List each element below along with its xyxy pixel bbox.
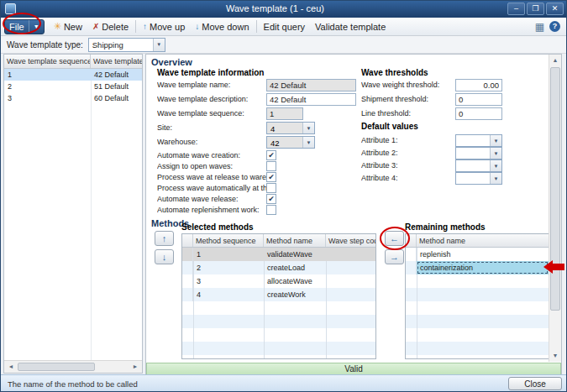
- chevron-down-icon[interactable]: ▼: [153, 39, 165, 51]
- automate-replenishment-work-checkbox[interactable]: [266, 205, 276, 215]
- remove-method-button[interactable]: →: [385, 249, 404, 264]
- chevron-down-icon[interactable]: ▼: [490, 160, 501, 171]
- table-row[interactable]: 3 60 Default: [4, 92, 142, 104]
- line-threshold-label: Line threshold:: [361, 109, 454, 118]
- move-down-button[interactable]: ↓ Move down: [190, 20, 254, 34]
- left-arrow-icon: ←: [390, 233, 399, 243]
- cell-wave-step-code: [326, 274, 375, 288]
- toolbar-separator: [256, 20, 257, 33]
- scrollbar-thumb[interactable]: [550, 67, 560, 311]
- table-row[interactable]: 1 42 Default: [4, 69, 142, 81]
- new-icon: ✳: [54, 21, 61, 32]
- table-row[interactable]: 3 allocateWave: [182, 274, 375, 288]
- wave-template-sequence-label: Wave template sequence:: [157, 109, 266, 118]
- scrollbar-thumb[interactable]: [18, 363, 95, 371]
- remaining-methods-header: Method name: [406, 234, 549, 248]
- cell-name: 51 Default: [91, 81, 142, 92]
- col-method-name[interactable]: Method name: [264, 234, 326, 247]
- add-method-button[interactable]: ←: [385, 231, 404, 246]
- row-selector-column: [406, 234, 417, 247]
- maximize-button[interactable]: ❐: [527, 3, 544, 15]
- wave-weight-threshold-field[interactable]: [455, 79, 502, 91]
- delete-icon: ✗: [92, 22, 99, 31]
- site-combo[interactable]: 4 ▼: [266, 122, 315, 134]
- table-row[interactable]: 1 validateWave: [182, 248, 375, 261]
- wave-template-description-field[interactable]: [266, 93, 356, 106]
- col-wave-template-name[interactable]: Wave template na: [91, 55, 142, 68]
- process-wave-at-threshold-checkbox[interactable]: [266, 183, 276, 193]
- warehouse-combo[interactable]: 42 ▼: [266, 136, 315, 149]
- cell-wave-step-code: [326, 248, 375, 261]
- chevron-down-icon[interactable]: ▼: [490, 173, 501, 184]
- delete-button-label: Delete: [102, 22, 129, 32]
- move-up-button[interactable]: ↑ Move up: [138, 20, 190, 34]
- scroll-up-icon[interactable]: ▲: [549, 55, 561, 66]
- window-controls: – ❐ ✕: [507, 3, 564, 15]
- wave-template-type-combo[interactable]: Shipping ▼: [88, 38, 165, 52]
- status-text: The name of the method to be called: [8, 379, 138, 389]
- horizontal-scrollbar[interactable]: ◄ ►: [4, 360, 142, 373]
- table-row[interactable]: 2 createLoad: [182, 261, 375, 274]
- automate-wave-release-checkbox[interactable]: ✔: [266, 194, 276, 204]
- edit-query-button[interactable]: Edit query: [259, 20, 311, 34]
- valid-status-bar: Valid: [146, 363, 561, 375]
- vertical-scrollbar[interactable]: ▲ ▼: [549, 55, 561, 362]
- delete-button[interactable]: ✗ Delete: [87, 20, 134, 34]
- col-method-name[interactable]: Method name: [417, 234, 549, 247]
- attribute-4-combo[interactable]: ▼: [455, 172, 502, 185]
- chevron-down-icon[interactable]: ▼: [490, 135, 501, 146]
- minimize-button[interactable]: –: [507, 3, 525, 15]
- col-wave-template-sequence[interactable]: Wave template sequence: [4, 55, 91, 68]
- process-wave-at-threshold-label: Process wave automatically at threshold:: [157, 184, 266, 192]
- chevron-down-icon[interactable]: ▼: [302, 137, 314, 148]
- validate-template-button-label: Validate template: [315, 22, 386, 32]
- automate-wave-creation-checkbox[interactable]: ✔: [266, 150, 276, 160]
- cell-sequence: 3: [4, 92, 91, 104]
- method-move-down-button[interactable]: ↓: [155, 249, 174, 264]
- move-down-button-label: Move down: [202, 22, 249, 32]
- attribute-1-combo[interactable]: ▼: [455, 134, 502, 147]
- filter-row: Wave template type: Shipping ▼: [1, 36, 566, 54]
- table-row[interactable]: 2 51 Default: [4, 81, 142, 92]
- close-button[interactable]: Close: [508, 377, 562, 390]
- chevron-down-icon[interactable]: ▼: [302, 123, 314, 133]
- overview-section-title[interactable]: Overview: [151, 57, 192, 67]
- new-button-label: New: [64, 22, 82, 32]
- close-window-button[interactable]: ✕: [546, 3, 564, 15]
- cell-method-sequence: 2: [193, 261, 264, 274]
- cell-sequence: 1: [4, 69, 91, 81]
- automate-wave-creation-label: Automate wave creation:: [157, 151, 266, 159]
- line-threshold-field[interactable]: [455, 107, 502, 120]
- app-icon: [5, 3, 16, 14]
- process-wave-at-release-checkbox[interactable]: ✔: [266, 172, 276, 182]
- attribute-3-combo[interactable]: ▼: [455, 159, 502, 172]
- wave-template-window: Wave template (1 - ceu) – ❐ ✕ File ▼ ✳ N…: [0, 0, 567, 392]
- file-menu-button[interactable]: File ▼: [4, 19, 45, 34]
- validate-template-button[interactable]: Validate template: [310, 20, 391, 34]
- wave-template-name-field[interactable]: [266, 79, 356, 91]
- attribute-2-label: Attribute 2:: [361, 149, 454, 157]
- table-row[interactable]: containerization: [406, 261, 549, 274]
- shipment-threshold-field[interactable]: [455, 93, 502, 106]
- assign-to-open-waves-label: Assign to open waves:: [157, 162, 266, 170]
- row-selector: [182, 288, 193, 301]
- column-divider: [91, 69, 92, 360]
- warehouse-value: 42: [267, 137, 302, 148]
- chevron-down-icon[interactable]: ▼: [490, 148, 501, 159]
- table-row[interactable]: replenish: [406, 248, 549, 261]
- scroll-left-icon[interactable]: ◄: [5, 362, 17, 372]
- attribute-2-combo[interactable]: ▼: [455, 147, 502, 159]
- col-method-sequence[interactable]: Method sequence: [193, 234, 264, 247]
- col-wave-step-code[interactable]: Wave step code: [326, 234, 375, 247]
- wave-template-sequence-field[interactable]: [266, 107, 303, 120]
- new-button[interactable]: ✳ New: [49, 19, 87, 34]
- attachments-icon[interactable]: ▦: [533, 21, 547, 33]
- help-icon[interactable]: ?: [549, 21, 560, 32]
- assign-to-open-waves-checkbox[interactable]: [266, 161, 276, 171]
- scroll-right-icon[interactable]: ►: [129, 362, 141, 372]
- scroll-down-icon[interactable]: ▼: [549, 350, 561, 362]
- selected-methods-title: Selected methods: [181, 222, 254, 232]
- file-menu-label: File: [9, 22, 24, 32]
- method-move-up-button[interactable]: ↑: [155, 231, 174, 246]
- table-row[interactable]: 4 createWork: [182, 288, 375, 301]
